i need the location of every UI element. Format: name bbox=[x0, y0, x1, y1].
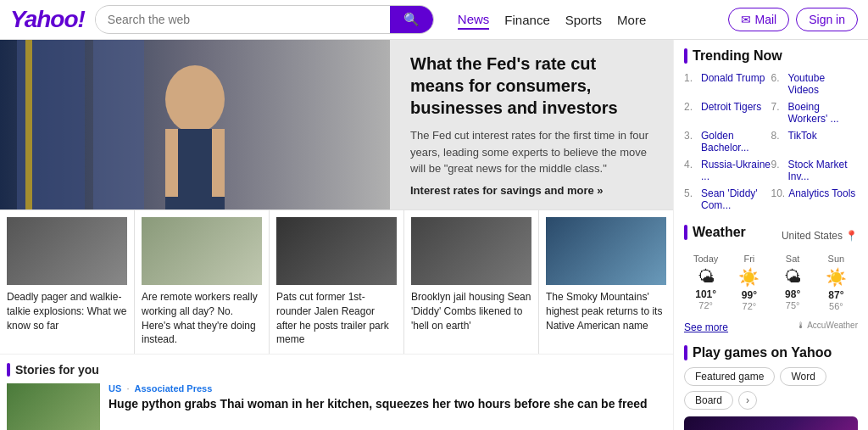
news-item-3[interactable]: Pats cut former 1st-rounder Jalen Reagor… bbox=[270, 210, 404, 354]
trending-link-6[interactable]: Youtube Videos bbox=[788, 72, 859, 96]
main-nav: News Finance Sports More bbox=[458, 10, 646, 30]
trending-section: Trending Now 1. Donald Trump 6. Youtube … bbox=[684, 48, 858, 213]
trending-item-6: 6. Youtube Videos bbox=[771, 70, 859, 98]
trending-link-4[interactable]: Russia-Ukraine ... bbox=[701, 159, 771, 182]
news-caption-3: Pats cut former 1st-rounder Jalen Reagor… bbox=[276, 290, 397, 347]
trending-link-3[interactable]: Golden Bachelor... bbox=[701, 130, 771, 154]
trending-item-1: 1. Donald Trump bbox=[684, 70, 771, 98]
trending-link-2[interactable]: Detroit Tigers bbox=[701, 101, 761, 125]
trending-item-8: 8. TikTok bbox=[771, 128, 859, 155]
accuweather-badge: 🌡 AccuWeather bbox=[797, 321, 858, 330]
news-thumb-2 bbox=[142, 217, 262, 285]
weather-location[interactable]: United States 📍 bbox=[782, 230, 858, 242]
weather-title: Weather bbox=[684, 225, 746, 240]
story-source: Associated Press bbox=[135, 383, 213, 394]
story-headline: Huge python grabs Thai woman in her kitc… bbox=[108, 396, 648, 413]
news-item-5[interactable]: The Smoky Mountains' highest peak return… bbox=[539, 210, 673, 354]
nav-sports[interactable]: Sports bbox=[565, 11, 602, 29]
trending-num-3: 3. bbox=[684, 130, 698, 154]
news-item-1[interactable]: Deadly pager and walkie-talkie explosion… bbox=[0, 210, 135, 354]
trending-num-9: 9. bbox=[771, 159, 785, 182]
trending-item-5: 5. Sean 'Diddy' Com... bbox=[684, 186, 771, 213]
stories-section: Stories for you US · Associated Press Hu… bbox=[0, 354, 673, 430]
header: Yahoo! 🔍 News Finance Sports More ✉ Mail… bbox=[0, 0, 868, 40]
weather-location-text: United States bbox=[782, 230, 843, 242]
trending-item-2: 2. Detroit Tigers bbox=[684, 99, 771, 126]
svg-rect-7 bbox=[212, 129, 225, 197]
weather-high-sun: 87° bbox=[815, 289, 858, 301]
trending-link-8[interactable]: TikTok bbox=[788, 130, 817, 154]
news-grid: Deadly pager and walkie-talkie explosion… bbox=[0, 209, 673, 354]
trending-link-7[interactable]: Boeing Workers' ... bbox=[788, 101, 859, 125]
hero-image-placeholder bbox=[0, 40, 390, 209]
accuweather-icon: 🌡 bbox=[797, 321, 805, 330]
game-preview[interactable]: Masque bbox=[684, 416, 858, 430]
news-thumb-1 bbox=[7, 217, 127, 285]
weather-header: Weather United States 📍 bbox=[684, 225, 858, 247]
content-area: What the Fed's rate cut means for consum… bbox=[0, 40, 673, 430]
games-next-arrow[interactable]: › bbox=[738, 391, 757, 410]
trending-link-1[interactable]: Donald Trump bbox=[701, 72, 765, 96]
weather-high-fri: 99° bbox=[727, 289, 771, 301]
news-item-4[interactable]: Brooklyn jail housing Sean 'Diddy' Combs… bbox=[404, 210, 539, 354]
nav-news[interactable]: News bbox=[458, 10, 490, 30]
svg-rect-5 bbox=[165, 129, 225, 209]
games-tabs: Featured game Word Board › bbox=[684, 367, 858, 410]
weather-section: Weather United States 📍 Today 🌤 101° 72°… bbox=[684, 225, 858, 333]
weather-icon-today: 🌤 bbox=[684, 267, 727, 287]
trending-link-9[interactable]: Stock Market Inv... bbox=[788, 159, 859, 182]
weather-icon-sat: 🌤 bbox=[771, 267, 815, 287]
nav-more[interactable]: More bbox=[617, 13, 646, 27]
weather-days: Today 🌤 101° 72° Fri ☀️ 99° 72° Sat 🌤 98… bbox=[684, 254, 858, 311]
header-actions: ✉ Mail Sign in bbox=[728, 8, 858, 31]
weather-day-label-1: Fri bbox=[727, 254, 771, 264]
signin-button[interactable]: Sign in bbox=[796, 8, 858, 31]
story-thumbnail bbox=[7, 383, 100, 430]
trending-num-4: 4. bbox=[684, 159, 698, 182]
weather-low-today: 72° bbox=[684, 300, 727, 310]
trending-num-7: 7. bbox=[771, 101, 785, 125]
trending-num-5: 5. bbox=[684, 187, 698, 211]
svg-rect-6 bbox=[165, 129, 178, 197]
news-item-2[interactable]: Are remote workers really working all da… bbox=[135, 210, 270, 354]
game-tab-featured[interactable]: Featured game bbox=[684, 367, 775, 386]
weather-day-label-2: Sat bbox=[771, 254, 815, 264]
search-button[interactable]: 🔍 bbox=[390, 6, 433, 33]
trending-link-10[interactable]: Analytics Tools bbox=[788, 187, 855, 211]
news-caption-2: Are remote workers really working all da… bbox=[142, 290, 262, 347]
weather-see-more[interactable]: See more bbox=[684, 321, 728, 333]
svg-rect-1 bbox=[17, 40, 85, 209]
news-thumb-4 bbox=[411, 217, 531, 285]
weather-day-today: Today 🌤 101° 72° bbox=[684, 254, 727, 311]
weather-low-sat: 75° bbox=[771, 300, 815, 310]
game-tab-word[interactable]: Word bbox=[780, 367, 826, 386]
hero-link[interactable]: Interest rates for savings and more » bbox=[410, 184, 653, 197]
weather-day-sat: Sat 🌤 98° 75° bbox=[771, 254, 815, 311]
news-caption-1: Deadly pager and walkie-talkie explosion… bbox=[7, 290, 127, 332]
weather-icon-sun: ☀️ bbox=[815, 267, 858, 288]
svg-rect-0 bbox=[0, 40, 390, 209]
game-tab-board[interactable]: Board bbox=[684, 391, 733, 410]
main-layout: What the Fed's rate cut means for consum… bbox=[0, 40, 868, 430]
location-icon: 📍 bbox=[845, 230, 858, 242]
yahoo-logo[interactable]: Yahoo! bbox=[10, 6, 85, 33]
search-input[interactable] bbox=[96, 8, 390, 31]
weather-high-today: 101° bbox=[684, 288, 727, 300]
games-section: Play games on Yahoo Featured game Word B… bbox=[684, 345, 858, 430]
nav-finance[interactable]: Finance bbox=[504, 11, 549, 29]
story-item-1[interactable]: US · Associated Press Huge python grabs … bbox=[7, 383, 666, 430]
trending-item-7: 7. Boeing Workers' ... bbox=[771, 99, 859, 126]
weather-day-fri: Fri ☀️ 99° 72° bbox=[727, 254, 771, 311]
sidebar: Trending Now 1. Donald Trump 6. Youtube … bbox=[673, 40, 868, 430]
weather-day-label-3: Sun bbox=[815, 254, 858, 264]
search-bar: 🔍 bbox=[95, 5, 434, 34]
news-caption-5: The Smoky Mountains' highest peak return… bbox=[546, 290, 666, 332]
trending-link-5[interactable]: Sean 'Diddy' Com... bbox=[701, 187, 771, 211]
news-thumb-5 bbox=[546, 217, 666, 285]
weather-low-sun: 56° bbox=[815, 301, 858, 311]
trending-num-1: 1. bbox=[684, 72, 698, 96]
mail-button[interactable]: ✉ Mail bbox=[728, 8, 790, 31]
stories-title: Stories for you bbox=[7, 363, 666, 377]
news-caption-4: Brooklyn jail housing Sean 'Diddy' Combs… bbox=[411, 290, 531, 332]
trending-item-10: 10. Analytics Tools bbox=[771, 186, 859, 213]
